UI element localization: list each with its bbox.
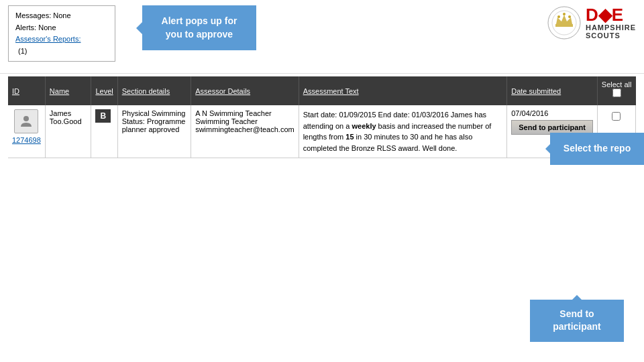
dofe-text: D◆E HAMPSHIRE SCOUTS bbox=[586, 6, 636, 40]
reports-label: Assessor's Reports: bbox=[15, 34, 108, 46]
level-badge: B bbox=[95, 109, 111, 123]
dofe-emblem-icon bbox=[547, 5, 582, 40]
assessor-name: A N Swimming Teacher bbox=[195, 109, 272, 117]
col-header-level: Level bbox=[91, 76, 117, 105]
alerts-text: Alerts: None bbox=[15, 22, 108, 34]
date-sort-link[interactable]: Date submitted bbox=[511, 87, 561, 95]
assessor-sort-link[interactable]: Assessor Details bbox=[195, 87, 250, 95]
col-header-id: ID bbox=[8, 76, 45, 105]
svg-point-4 bbox=[563, 13, 566, 15]
col-header-assessment: Assessment Text bbox=[299, 76, 507, 105]
messages-panel: Messages: None Alerts: None Assessor's R… bbox=[8, 5, 115, 62]
user-icon bbox=[18, 113, 34, 129]
col-header-assessor: Assessor Details bbox=[191, 76, 299, 105]
col-header-select: Select all bbox=[597, 76, 635, 105]
send-participant-tooltip: Send toparticipant bbox=[530, 300, 624, 342]
dofe-logo-letters: D◆E bbox=[586, 6, 623, 23]
avatar bbox=[14, 109, 38, 133]
reports-count: (1) bbox=[15, 46, 108, 58]
top-bar: Messages: None Alerts: None Assessor's R… bbox=[0, 0, 644, 74]
svg-point-3 bbox=[557, 15, 560, 18]
id-cell: 1274698 bbox=[8, 105, 45, 158]
section-sort-link[interactable]: Section details bbox=[122, 87, 170, 95]
date-submitted: 07/04/2016 bbox=[511, 109, 593, 117]
section-details: Physical SwimmingStatus: Programme plann… bbox=[122, 109, 186, 133]
section-cell: Physical SwimmingStatus: Programme plann… bbox=[117, 105, 191, 158]
level-sort-link[interactable]: Level bbox=[95, 87, 113, 95]
name-sort-link[interactable]: Name bbox=[50, 87, 69, 95]
svg-point-5 bbox=[568, 15, 571, 18]
assessment-sort-link[interactable]: Assessment Text bbox=[303, 87, 359, 95]
assessor-role: Swimming Teacher bbox=[195, 117, 258, 125]
logo-org2: SCOUTS bbox=[586, 32, 621, 40]
logo-org1: HAMPSHIRE bbox=[586, 23, 636, 32]
row-select-checkbox[interactable] bbox=[612, 112, 621, 121]
assessment-text-cell: Start date: 01/09/2015 End date: 01/03/2… bbox=[299, 105, 507, 158]
select-repo-tooltip: Select the repo bbox=[550, 133, 644, 165]
student-name: James Too.Good bbox=[50, 109, 82, 125]
col-header-section: Section details bbox=[117, 76, 191, 105]
table-header-row: ID Name Level Section details Assessor D… bbox=[8, 76, 636, 105]
svg-point-6 bbox=[23, 116, 29, 121]
col-header-date: Date submitted bbox=[507, 76, 598, 105]
name-cell: James Too.Good bbox=[45, 105, 91, 158]
select-all-checkbox[interactable] bbox=[612, 88, 621, 97]
messages-text: Messages: None bbox=[15, 10, 108, 22]
assessor-cell: A N Swimming Teacher Swimming Teacher sw… bbox=[191, 105, 299, 158]
reports-link[interactable]: Assessor's Reports: bbox=[15, 35, 80, 43]
level-cell: B bbox=[91, 105, 117, 158]
student-id-link[interactable]: 1274698 bbox=[12, 136, 41, 144]
logo-area: D◆E HAMPSHIRE SCOUTS bbox=[547, 5, 636, 40]
select-all-label: Select all bbox=[602, 80, 632, 88]
col-header-name: Name bbox=[45, 76, 91, 105]
svg-rect-2 bbox=[555, 24, 573, 27]
id-sort-link[interactable]: ID bbox=[12, 87, 19, 95]
alert-bubble: Alert pops up for you to approve bbox=[142, 5, 256, 50]
assessor-email: swimmingteacher@teach.com bbox=[195, 125, 294, 133]
assessment-content: Start date: 01/09/2015 End date: 01/03/2… bbox=[303, 109, 503, 154]
